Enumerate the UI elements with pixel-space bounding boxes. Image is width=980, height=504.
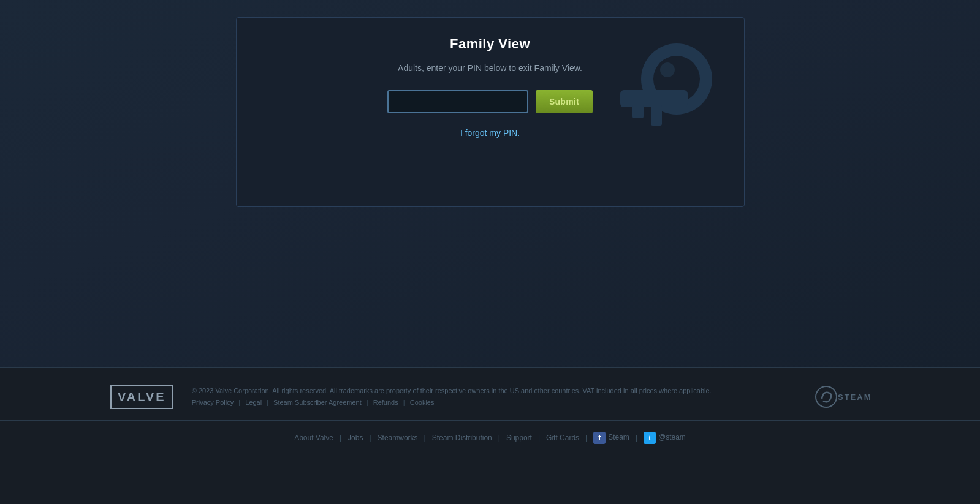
steam-subscriber-agreement-link[interactable]: Steam Subscriber Agreement [273,399,362,406]
facebook-icon: f [593,432,606,444]
copyright-text: © 2023 Valve Corporation. All rights res… [192,387,712,394]
steam-logo-right: STEAM [815,385,870,408]
gift-cards-link[interactable]: Gift Cards [546,434,579,442]
svg-point-5 [660,62,675,77]
footer-top: VALVE © 2023 Valve Corporation. All righ… [0,367,980,420]
pin-row: Submit [261,90,720,113]
footer: VALVE © 2023 Valve Corporation. All righ… [0,367,980,504]
footer-legal: © 2023 Valve Corporation. All rights res… [192,385,712,408]
twitter-icon: t [644,432,656,444]
steam-distribution-link[interactable]: Steam Distribution [432,434,492,442]
svg-text:STEAM: STEAM [838,393,870,402]
svg-point-6 [816,386,837,407]
legal-link[interactable]: Legal [245,399,262,406]
pin-input[interactable] [387,90,528,113]
forgot-pin-link[interactable]: I forgot my PIN. [261,128,720,138]
steamworks-link[interactable]: Steamworks [378,434,418,442]
valve-logo-text: VALVE [118,390,166,404]
submit-button[interactable]: Submit [536,90,593,113]
cookies-link[interactable]: Cookies [410,399,435,406]
steam-twitter-link[interactable]: t@steam [644,432,686,444]
family-view-card: Family View Adults, enter your PIN below… [236,17,745,207]
jobs-link[interactable]: Jobs [348,434,363,442]
valve-logo: VALVE [110,385,173,409]
steam-fb-link[interactable]: fSteam [593,432,629,444]
main-content: Family View Adults, enter your PIN below… [0,0,980,367]
privacy-policy-link[interactable]: Privacy Policy [192,399,234,406]
refunds-link[interactable]: Refunds [373,399,398,406]
about-valve-link[interactable]: About Valve [294,434,333,442]
support-link[interactable]: Support [506,434,532,442]
footer-bottom: About Valve | Jobs | Steamworks | Steam … [0,420,980,455]
footer-bottom-extra [0,455,980,504]
